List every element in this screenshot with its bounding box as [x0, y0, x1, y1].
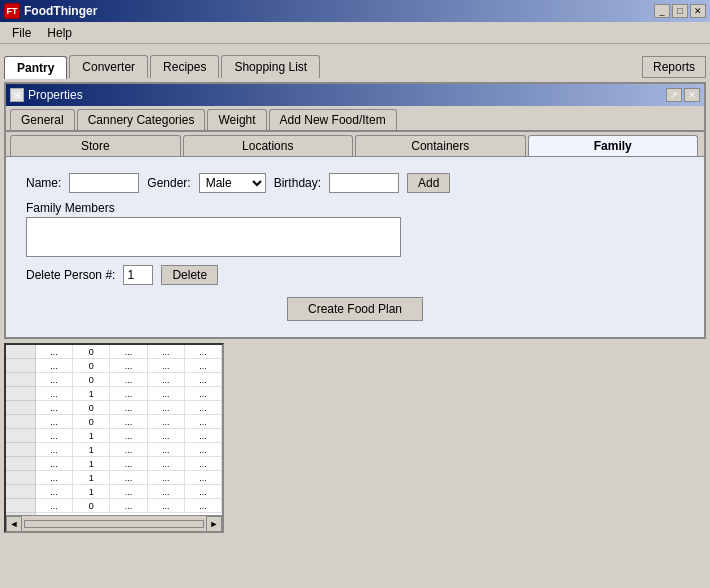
minimize-button[interactable]: _: [654, 4, 670, 18]
birthday-input[interactable]: [329, 173, 399, 193]
birthday-label: Birthday:: [274, 176, 321, 190]
grid-row-8: ... 1 ... ... ...: [36, 457, 222, 471]
sub-tab2-containers[interactable]: Containers: [355, 135, 526, 156]
family-members-section: Family Members: [26, 201, 684, 257]
grid-columns: ... 0 ... ... ... ... 0 ... ... ... ... …: [36, 345, 222, 515]
grid-row-4: ... 0 ... ... ...: [36, 401, 222, 415]
bottom-area: ... 0 ... ... ... ... 0 ... ... ... ... …: [4, 343, 706, 533]
menu-bar: File Help: [0, 22, 710, 44]
menu-help[interactable]: Help: [39, 24, 80, 42]
delete-person-input[interactable]: [123, 265, 153, 285]
properties-title: Properties: [28, 88, 83, 102]
delete-row: Delete Person #: Delete: [26, 265, 684, 285]
maximize-button[interactable]: □: [672, 4, 688, 18]
properties-expand-button[interactable]: ↗: [666, 88, 682, 102]
app-icon: FT: [4, 3, 20, 19]
family-content-area: Name: Gender: Male Female Birthday: Add …: [6, 157, 704, 337]
grid-row-6: ... 1 ... ... ...: [36, 429, 222, 443]
grid-panel: ... 0 ... ... ... ... 0 ... ... ... ... …: [4, 343, 224, 533]
title-bar-buttons: _ □ ✕: [654, 4, 706, 18]
grid-row-9: ... 1 ... ... ...: [36, 471, 222, 485]
menu-file[interactable]: File: [4, 24, 39, 42]
scroll-thumb[interactable]: [24, 520, 204, 528]
scroll-right-button[interactable]: ►: [206, 516, 222, 532]
window-title: FoodThinger: [24, 4, 97, 18]
grid-row-10: ... 1 ... ... ...: [36, 485, 222, 499]
create-food-plan-row: Create Food Plan: [26, 297, 684, 321]
sub-tabs-row2: Store Locations Containers Family: [6, 132, 704, 157]
tab-converter[interactable]: Converter: [69, 55, 148, 78]
sub-tab-general[interactable]: General: [10, 109, 75, 130]
name-label: Name:: [26, 176, 61, 190]
grid-row-0: ... 0 ... ... ...: [36, 345, 222, 359]
properties-panel: ⊞ Properties ↗ ✕ General Cannery Categor…: [4, 82, 706, 339]
grid-row-1: ... 0 ... ... ...: [36, 359, 222, 373]
grid-row-numbers: [6, 345, 36, 515]
scroll-left-button[interactable]: ◄: [6, 516, 22, 532]
grid-row-5: ... 0 ... ... ...: [36, 415, 222, 429]
name-input[interactable]: [69, 173, 139, 193]
grid-row-2: ... 0 ... ... ...: [36, 373, 222, 387]
tab-shopping-list[interactable]: Shopping List: [221, 55, 320, 78]
grid-row-3: ... 1 ... ... ...: [36, 387, 222, 401]
family-members-label: Family Members: [26, 201, 684, 215]
delete-person-label: Delete Person #:: [26, 268, 115, 282]
gender-select[interactable]: Male Female: [199, 173, 266, 193]
grid-row-11: ... 0 ... ... ...: [36, 499, 222, 513]
title-bar: FT FoodThinger _ □ ✕: [0, 0, 710, 22]
sub-tab-add-food[interactable]: Add New Food/Item: [269, 109, 397, 130]
sub-tab2-family[interactable]: Family: [528, 135, 699, 156]
sub-tabs-row1: General Cannery Categories Weight Add Ne…: [6, 106, 704, 132]
properties-close-button[interactable]: ✕: [684, 88, 700, 102]
properties-header-buttons: ↗ ✕: [666, 88, 700, 102]
close-button[interactable]: ✕: [690, 4, 706, 18]
grid-content: ... 0 ... ... ... ... 0 ... ... ... ... …: [6, 345, 222, 515]
main-tabs-bar: Pantry Converter Recipes Shopping List R…: [0, 44, 710, 78]
tab-pantry[interactable]: Pantry: [4, 56, 67, 79]
sub-tab2-store[interactable]: Store: [10, 135, 181, 156]
add-button[interactable]: Add: [407, 173, 450, 193]
properties-header-left: ⊞ Properties: [10, 88, 83, 102]
grid-scrollbar-horizontal[interactable]: ◄ ►: [6, 515, 222, 531]
grid-row-7: ... 1 ... ... ...: [36, 443, 222, 457]
name-gender-row: Name: Gender: Male Female Birthday: Add: [26, 173, 684, 193]
sub-tab-weight[interactable]: Weight: [207, 109, 266, 130]
properties-icon: ⊞: [10, 88, 24, 102]
delete-button[interactable]: Delete: [161, 265, 218, 285]
properties-header: ⊞ Properties ↗ ✕: [6, 84, 704, 106]
gender-label: Gender:: [147, 176, 190, 190]
family-members-list[interactable]: [26, 217, 401, 257]
create-food-plan-button[interactable]: Create Food Plan: [287, 297, 423, 321]
tab-recipes[interactable]: Recipes: [150, 55, 219, 78]
sub-tab2-locations[interactable]: Locations: [183, 135, 354, 156]
title-bar-left: FT FoodThinger: [4, 3, 97, 19]
sub-tab-cannery[interactable]: Cannery Categories: [77, 109, 206, 130]
reports-button[interactable]: Reports: [642, 56, 706, 78]
